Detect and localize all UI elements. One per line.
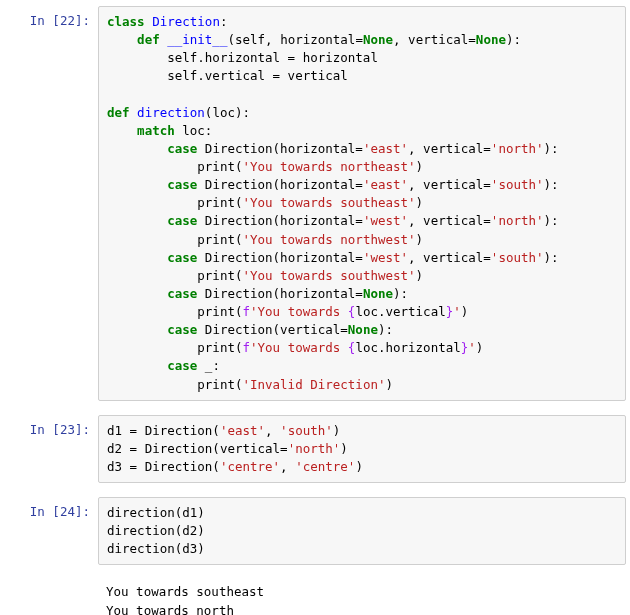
- code-cell-22: In [22]: class Direction: def __init__(s…: [4, 6, 626, 401]
- input-prompt: In [23]:: [4, 415, 98, 483]
- output-prompt: [4, 579, 98, 615]
- input-prompt: In [24]:: [4, 497, 98, 565]
- output-area: You towards southeast You towards north …: [98, 579, 626, 615]
- code-input[interactable]: direction(d1) direction(d2) direction(d3…: [98, 497, 626, 565]
- notebook: { "cells": [ { "prompt": "In [22]:", "to…: [0, 0, 630, 615]
- code: class Direction: def __init__(self, hori…: [107, 13, 617, 394]
- code: direction(d1) direction(d2) direction(d3…: [107, 504, 617, 558]
- output-text: You towards southeast You towards north …: [106, 583, 618, 615]
- output-cell-24: You towards southeast You towards north …: [4, 579, 626, 615]
- input-prompt: In [22]:: [4, 6, 98, 401]
- code: d1 = Direction('east', 'south') d2 = Dir…: [107, 422, 617, 476]
- code-input[interactable]: class Direction: def __init__(self, hori…: [98, 6, 626, 401]
- code-input[interactable]: d1 = Direction('east', 'south') d2 = Dir…: [98, 415, 626, 483]
- code-cell-24: In [24]: direction(d1) direction(d2) dir…: [4, 497, 626, 565]
- code-cell-23: In [23]: d1 = Direction('east', 'south')…: [4, 415, 626, 483]
